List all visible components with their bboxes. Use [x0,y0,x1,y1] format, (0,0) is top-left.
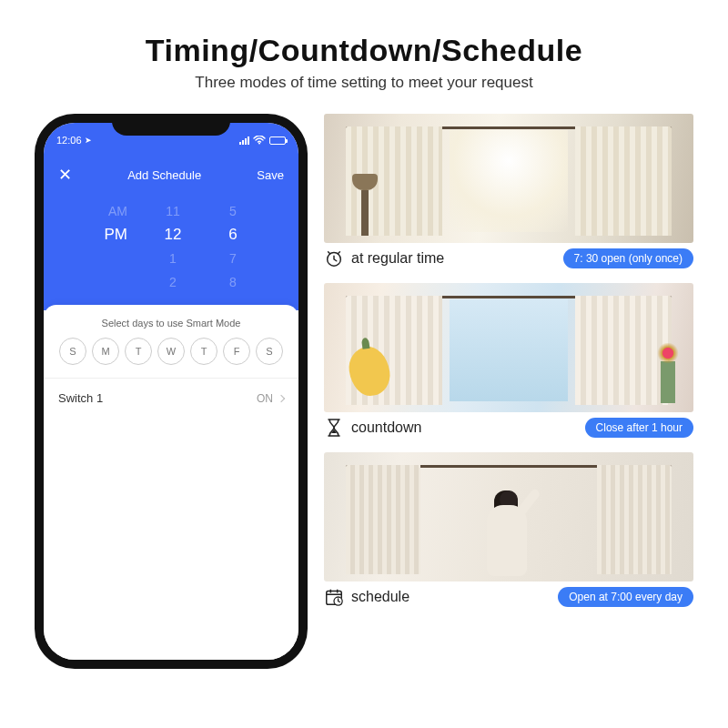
wifi-icon [253,136,266,145]
picker-minute-selected: 6 [218,223,248,247]
picker-period-selected: PM [95,223,127,247]
day-saturday[interactable]: S [256,338,283,365]
picker-hour: 11 [158,199,187,223]
feature-regular-time: at regular time 7: 30 open (only once) [324,114,693,268]
picker-minute: 7 [218,247,248,270]
time-picker[interactable]: AM115 PM126 17 28 [44,194,298,310]
signal-icon [239,136,249,145]
screen-title: Add Schedule [127,168,201,182]
picker-period [95,270,127,294]
calendar-icon [324,587,344,607]
feature-label: at regular time [351,250,444,267]
switch-row[interactable]: Switch 1 ON [44,378,298,418]
picker-period [95,247,127,270]
day-selector: S M T W T F S [44,338,298,365]
feature-photo [324,283,693,412]
save-button[interactable]: Save [257,168,284,182]
picker-minute: 8 [218,270,248,294]
picker-period: AM [95,199,127,223]
feature-countdown: countdown Close after 1 hour [324,283,693,438]
day-sunday[interactable]: S [59,338,86,365]
picker-hour: 2 [158,270,187,294]
feature-pill: Open at 7:00 every day [558,587,693,607]
clock-icon [324,248,344,268]
feature-schedule: schedule Open at 7:00 every day [324,452,693,607]
day-friday[interactable]: F [223,338,250,365]
page-title: Timing/Countdown/Schedule [29,33,699,68]
day-tuesday[interactable]: T [125,338,152,365]
location-arrow-icon: ➤ [85,136,92,145]
feature-label: countdown [351,420,421,436]
switch-value: ON [257,392,273,405]
feature-photo [324,114,693,243]
phone-mockup: 12:06 ➤ ✕ Add Schedule Save [35,114,308,669]
feature-label: schedule [351,589,410,605]
picker-minute: 5 [218,199,248,223]
svg-point-0 [258,143,260,145]
day-monday[interactable]: M [92,338,119,365]
feature-pill: Close after 1 hour [585,418,693,438]
feature-photo [324,452,693,581]
chevron-right-icon [278,394,285,401]
feature-pill: 7: 30 open (only once) [563,248,693,268]
phone-screen: 12:06 ➤ ✕ Add Schedule Save [44,123,298,660]
picker-hour: 1 [158,247,187,270]
day-thursday[interactable]: T [190,338,217,365]
hourglass-icon [324,418,344,438]
status-time: 12:06 [56,135,82,146]
page-subtitle: Three modes of time setting to meet your… [29,74,699,92]
day-wednesday[interactable]: W [157,338,185,365]
close-button[interactable]: ✕ [58,165,72,185]
phone-notch [112,114,230,136]
smart-mode-label: Select days to use Smart Mode [44,318,298,329]
picker-hour-selected: 12 [158,223,187,247]
battery-icon [269,136,286,145]
switch-label: Switch 1 [58,391,103,405]
